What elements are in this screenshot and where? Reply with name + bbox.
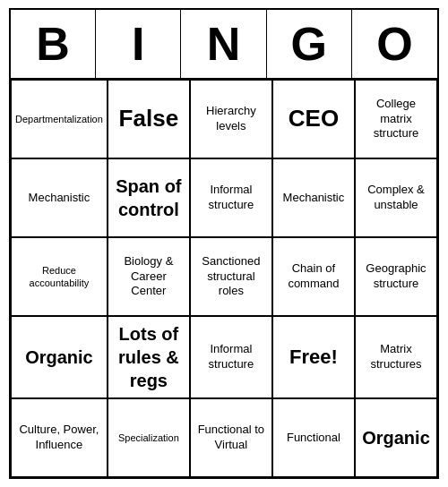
bingo-cell-r2-c2: Sanctioned structural roles [190, 237, 272, 316]
bingo-cell-r3-c0: Organic [11, 316, 108, 398]
bingo-cell-r0-c2: Hierarchy levels [190, 80, 272, 158]
bingo-cell-r2-c4: Geographic structure [355, 237, 437, 316]
bingo-cell-r1-c2: Informal structure [190, 158, 272, 237]
bingo-letter-b: B [11, 10, 96, 78]
bingo-cell-r2-c3: Chain of command [272, 237, 355, 316]
bingo-cell-r3-c1: Lots of rules & regs [108, 316, 190, 398]
bingo-letter-i: I [96, 10, 181, 78]
bingo-cell-r2-c0: Reduce accountability [11, 237, 108, 316]
bingo-cell-r3-c2: Informal structure [190, 316, 272, 398]
bingo-cell-r1-c1: Span of control [108, 158, 190, 237]
bingo-header: BINGO [11, 10, 437, 80]
bingo-cell-r0-c4: College matrix structure [355, 80, 437, 158]
bingo-card: BINGO DepartmentalizationFalseHierarchy … [9, 8, 439, 479]
bingo-cell-r0-c0: Departmentalization [11, 80, 108, 158]
bingo-letter-g: G [267, 10, 352, 78]
bingo-letter-n: N [181, 10, 266, 78]
bingo-letter-o: O [352, 10, 437, 78]
bingo-cell-r1-c3: Mechanistic [272, 158, 355, 237]
bingo-cell-r3-c4: Matrix structures [355, 316, 437, 398]
bingo-cell-r4-c0: Culture, Power, Influence [11, 398, 108, 477]
bingo-cell-r3-c3: Free! [272, 316, 355, 398]
bingo-cell-r4-c1: Specialization [108, 398, 190, 477]
bingo-cell-r4-c2: Functional to Virtual [190, 398, 272, 477]
bingo-cell-r0-c3: CEO [272, 80, 355, 158]
bingo-cell-r0-c1: False [108, 80, 190, 158]
bingo-cell-r4-c3: Functional [272, 398, 355, 477]
bingo-cell-r4-c4: Organic [355, 398, 437, 477]
bingo-cell-r2-c1: Biology & Career Center [108, 237, 190, 316]
bingo-cell-r1-c4: Complex & unstable [355, 158, 437, 237]
bingo-cell-r1-c0: Mechanistic [11, 158, 108, 237]
bingo-grid: DepartmentalizationFalseHierarchy levels… [11, 80, 437, 477]
